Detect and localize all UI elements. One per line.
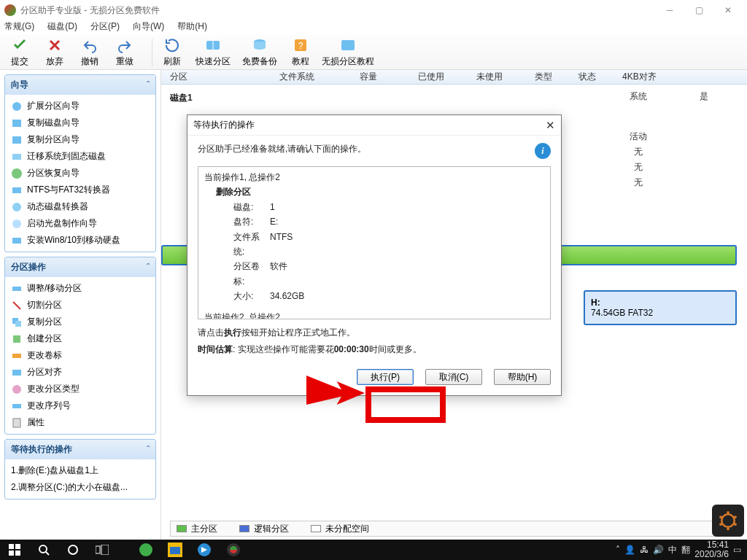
pending-item[interactable]: 2.调整分区(C:)的大小在磁盘...	[5, 479, 155, 496]
partition-title: H:	[591, 298, 729, 308]
tray-up-icon[interactable]: ˄	[616, 545, 620, 555]
wizard-item[interactable]: NTFS与FAT32转换器	[5, 182, 155, 198]
wizard-item[interactable]: 动态磁盘转换器	[5, 198, 155, 215]
maximize-button[interactable]: ▢	[684, 0, 713, 20]
menu-help[interactable]: 帮助(H)	[177, 20, 207, 35]
search-button[interactable]	[29, 540, 58, 560]
legend: 主分区 逻辑分区 未分配空间	[170, 521, 738, 537]
undo-button[interactable]: 撤销	[76, 36, 104, 68]
help-button[interactable]: 帮助(H)	[494, 369, 551, 385]
wizard-item[interactable]: 迁移系统到固态磁盘	[5, 148, 155, 165]
ime-indicator-2[interactable]: 翻	[681, 544, 690, 556]
svg-rect-12	[12, 238, 21, 244]
ops-panel-header[interactable]: 分区操作ˆ	[5, 257, 155, 277]
dialog-op-list[interactable]: 当前操作1, 总操作2 删除分区 磁盘:1 盘符:E: 文件系统:NTFS 分区…	[198, 166, 551, 319]
tray-people-icon[interactable]: 👤	[624, 545, 635, 555]
tray-network-icon[interactable]: 🖧	[640, 545, 649, 555]
chevron-up-icon: ˆ	[147, 445, 150, 455]
tutorial-button[interactable]: ?教程	[287, 36, 314, 68]
partition-block-h[interactable]: H: 74.54GB FAT32	[584, 290, 737, 325]
ops-item[interactable]: 更改序列号	[5, 397, 155, 414]
ops-item[interactable]: 创建分区	[5, 330, 155, 347]
svg-rect-18	[12, 370, 21, 376]
task-app-2[interactable]	[160, 540, 190, 560]
svg-point-11	[12, 219, 21, 228]
tray-volume-icon[interactable]: 🔊	[653, 545, 664, 555]
toolbar: 提交 放弃 撤销 重做 刷新 快速分区 免费备份 ?教程 无损分区教程	[0, 35, 747, 70]
taskview-button[interactable]	[88, 540, 117, 560]
discard-button[interactable]: 放弃	[41, 36, 69, 68]
svg-point-36	[69, 545, 77, 554]
app-logo-icon	[4, 4, 16, 16]
cortana-button[interactable]	[58, 540, 88, 560]
row-state: 无	[605, 146, 671, 158]
ops-item[interactable]: 切割分区	[5, 297, 155, 314]
start-button[interactable]	[0, 540, 29, 560]
partition-sub: 74.54GB FAT32	[591, 308, 729, 318]
redo-button[interactable]: 重做	[111, 36, 139, 68]
ops-item[interactable]: 分区对齐	[5, 364, 155, 381]
free-backup-button[interactable]: 免费备份	[240, 36, 279, 68]
menu-wizard[interactable]: 向导(W)	[133, 20, 164, 35]
svg-rect-9	[12, 187, 21, 193]
dialog-note-time: 时间估算: 实现这些操作可能需要花00:00:30时间或更多。	[198, 343, 551, 356]
row-state: 无	[605, 161, 671, 174]
clock[interactable]: 15:41 2020/3/6	[694, 540, 729, 559]
menu-disk[interactable]: 磁盘(D)	[47, 20, 77, 35]
minimize-button[interactable]: ─	[655, 0, 684, 20]
task-app-4[interactable]	[219, 540, 248, 560]
action-center-icon[interactable]: ▭	[733, 545, 741, 555]
ime-indicator[interactable]: 中	[668, 544, 677, 556]
col-state: 系统	[605, 90, 671, 103]
annotation-arrow-icon	[303, 376, 368, 405]
ops-item[interactable]: 更改分区类型	[5, 381, 155, 397]
quick-partition-button[interactable]: 快速分区	[193, 36, 233, 68]
svg-point-25	[734, 516, 737, 518]
lossless-tutorial-button[interactable]: 无损分区教程	[322, 36, 374, 68]
window-titlebar: 分区助手专业版 - 无损分区免费软件 ─ ▢ ✕	[0, 0, 747, 20]
pending-panel-header[interactable]: 等待执行的操作ˆ	[5, 440, 155, 459]
ops-item[interactable]: 调整/移动分区	[5, 280, 155, 297]
legend-primary-swatch	[177, 525, 187, 532]
svg-rect-7	[12, 136, 21, 144]
svg-marker-22	[306, 376, 365, 405]
wizard-item[interactable]: 复制分区向导	[5, 131, 155, 148]
svg-rect-8	[12, 154, 21, 160]
info-icon: i	[535, 143, 551, 159]
wizard-item[interactable]: 启动光盘制作向导	[5, 215, 155, 232]
svg-rect-16	[13, 335, 20, 343]
menu-partition[interactable]: 分区(P)	[90, 20, 120, 35]
svg-point-24	[727, 511, 729, 514]
left-sidebar: 向导ˆ 扩展分区向导 复制磁盘向导 复制分区向导 迁移系统到固态磁盘 分区恢复向…	[0, 70, 160, 540]
task-app-1[interactable]	[131, 540, 160, 560]
wizard-panel-header[interactable]: 向导ˆ	[5, 75, 155, 95]
cancel-button[interactable]: 取消(C)	[425, 369, 482, 385]
chevron-up-icon: ˆ	[147, 262, 150, 273]
ops-item[interactable]: 属性	[5, 414, 155, 431]
menu-general[interactable]: 常规(G)	[4, 20, 34, 35]
svg-rect-15	[15, 321, 21, 327]
svg-rect-37	[96, 546, 100, 553]
svg-rect-32	[9, 551, 14, 556]
pending-ops-dialog: 等待执行的操作 ✕ 分区助手已经准备就绪,请确认下面的操作。 i 当前操作1, …	[187, 114, 562, 396]
svg-point-34	[39, 545, 47, 553]
svg-text:?: ?	[298, 41, 303, 51]
ops-item[interactable]: 更改卷标	[5, 347, 155, 364]
ops-item[interactable]: 复制分区	[5, 314, 155, 330]
refresh-button[interactable]: 刷新	[158, 36, 186, 68]
wizard-item[interactable]: 扩展分区向导	[5, 98, 155, 114]
pending-item[interactable]: 1.删除(E:)盘从磁盘1上	[5, 462, 155, 479]
dialog-note-exec: 请点击执行按钮开始让程序正式地工作。	[198, 327, 551, 339]
svg-point-27	[727, 527, 729, 530]
dialog-close-button[interactable]: ✕	[546, 119, 555, 132]
row-state: 活动	[605, 131, 671, 143]
close-button[interactable]: ✕	[713, 0, 743, 20]
wizard-item[interactable]: 分区恢复向导	[5, 165, 155, 182]
svg-rect-4	[341, 40, 355, 50]
window-title: 分区助手专业版 - 无损分区免费软件	[20, 4, 160, 17]
wizard-item[interactable]: 安装Win8/10到移动硬盘	[5, 232, 155, 249]
commit-button[interactable]: 提交	[6, 36, 34, 68]
brand-float-icon[interactable]	[712, 505, 744, 537]
task-app-3[interactable]	[190, 540, 219, 560]
wizard-item[interactable]: 复制磁盘向导	[5, 114, 155, 131]
